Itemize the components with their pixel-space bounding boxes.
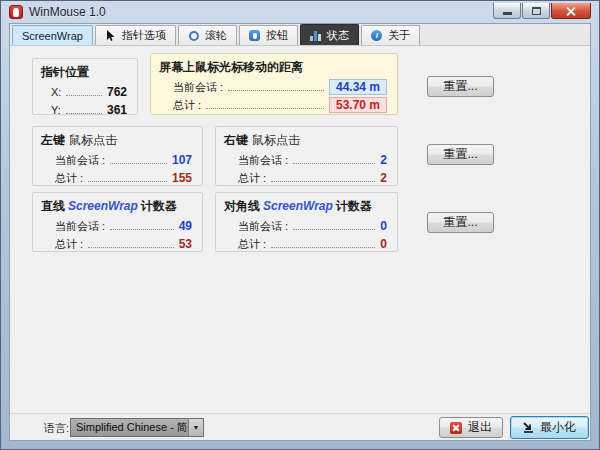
close-window-button[interactable] xyxy=(551,3,591,19)
session-value: 0 xyxy=(380,219,387,233)
minimize-button-label: 最小化 xyxy=(540,419,576,436)
session-label: 当前会话 : xyxy=(238,219,288,234)
screenwrap-brand: ScreenWrap xyxy=(68,199,138,213)
reset-clicks-button[interactable]: 重置... xyxy=(427,144,494,165)
panel-title-prefix: 直线 xyxy=(41,199,65,213)
reset-button-label: 重置... xyxy=(443,214,477,231)
session-label: 当前会话 : xyxy=(55,153,105,168)
tab-pointer-options[interactable]: 指针选项 xyxy=(95,25,176,45)
close-icon xyxy=(566,6,576,16)
panel-title: 指针位置 xyxy=(41,64,127,81)
panel-title-suffix: 计数器 xyxy=(336,199,372,213)
screenwrap-brand: ScreenWrap xyxy=(263,199,333,213)
info-icon: i xyxy=(371,30,383,42)
tab-status[interactable]: 状态 xyxy=(300,24,359,45)
wheel-icon xyxy=(188,30,200,42)
panel-title-rest: 鼠标点击 xyxy=(69,133,117,147)
distance-panel: 屏幕上鼠标光标移动的距离 当前会话 : 44.34 m 总计 : 53.70 m xyxy=(150,53,398,115)
minimize-arrow-icon xyxy=(523,422,534,433)
cursor-icon xyxy=(105,30,117,42)
panel-title-rest: 鼠标点击 xyxy=(252,133,300,147)
bar-chart-icon xyxy=(310,29,322,41)
total-label: 总计 : xyxy=(55,171,83,186)
tab-label: 滚轮 xyxy=(205,28,227,43)
tab-buttons[interactable]: 按钮 xyxy=(239,25,298,45)
session-label: 当前会话 : xyxy=(55,219,105,234)
total-value: 155 xyxy=(172,171,192,185)
x-value: 762 xyxy=(107,85,127,99)
exit-icon xyxy=(450,422,462,434)
tab-about[interactable]: i 关于 xyxy=(361,25,420,45)
tab-label: 按钮 xyxy=(266,28,288,43)
tab-bar: ScreenWrap 指针选项 滚轮 按钮 状态 i xyxy=(10,24,590,46)
window-title: WinMouse 1.0 xyxy=(29,5,106,19)
session-value: 44.34 m xyxy=(329,79,387,95)
titlebar[interactable]: WinMouse 1.0 xyxy=(1,1,599,23)
minimize-window-button[interactable] xyxy=(493,3,521,19)
exit-button[interactable]: 退出 xyxy=(439,417,503,438)
dotted-leader xyxy=(88,247,174,248)
tab-screenwrap[interactable]: ScreenWrap xyxy=(12,25,93,45)
language-selected-value: Simplified Chinese - 简体中文 xyxy=(71,420,188,435)
tab-label: 指针选项 xyxy=(122,28,166,43)
x-label: X: xyxy=(51,86,61,98)
tab-label: 状态 xyxy=(327,28,349,43)
exit-button-label: 退出 xyxy=(468,419,492,436)
dotted-leader xyxy=(293,163,375,164)
dotted-leader xyxy=(66,95,102,96)
session-label: 当前会话 : xyxy=(173,80,223,95)
chevron-down-icon: ▼ xyxy=(188,419,203,436)
mouse-button-icon xyxy=(249,30,261,42)
tab-wheel[interactable]: 滚轮 xyxy=(178,25,237,45)
reset-button-label: 重置... xyxy=(443,78,477,95)
pointer-position-panel: 指针位置 X: 762 Y: 361 xyxy=(32,58,138,115)
diagonal-screenwrap-panel: 对角线ScreenWrap计数器 当前会话 : 0 总计 : 0 xyxy=(215,192,398,252)
language-select[interactable]: Simplified Chinese - 简体中文 ▼ xyxy=(70,418,204,437)
dotted-leader xyxy=(66,113,102,114)
total-label: 总计 : xyxy=(173,98,201,113)
y-label: Y: xyxy=(51,104,61,116)
total-value: 0 xyxy=(380,237,387,251)
right-clicks-panel: 右键鼠标点击 当前会话 : 2 总计 : 2 xyxy=(215,126,398,186)
footer-bar: 语言: Simplified Chinese - 简体中文 ▼ 退出 最小化 xyxy=(10,413,590,440)
total-label: 总计 : xyxy=(55,237,83,252)
status-tab-page: 指针位置 X: 762 Y: 361 屏幕上鼠标光标移动的距离 当前会话 : xyxy=(10,46,590,413)
left-clicks-panel: 左键鼠标点击 当前会话 : 107 总计 : 155 xyxy=(32,126,203,186)
dotted-leader xyxy=(110,229,174,230)
panel-title: 屏幕上鼠标光标移动的距离 xyxy=(159,59,387,76)
total-value: 53 xyxy=(179,237,192,251)
total-value: 2 xyxy=(380,171,387,185)
total-label: 总计 : xyxy=(238,237,266,252)
session-value: 2 xyxy=(380,153,387,167)
dotted-leader xyxy=(271,181,375,182)
reset-distance-button[interactable]: 重置... xyxy=(427,76,494,97)
window: WinMouse 1.0 ScreenWrap 指针选项 滚轮 xyxy=(0,0,600,450)
app-mouse-icon xyxy=(9,5,23,19)
client-area: ScreenWrap 指针选项 滚轮 按钮 状态 i xyxy=(9,23,591,441)
panel-title-suffix: 计数器 xyxy=(141,199,177,213)
session-value: 107 xyxy=(172,153,192,167)
panel-title-bold: 右键 xyxy=(224,133,248,147)
panel-title-prefix: 对角线 xyxy=(224,199,260,213)
total-label: 总计 : xyxy=(238,171,266,186)
panel-title-bold: 左键 xyxy=(41,133,65,147)
tab-label: 关于 xyxy=(388,28,410,43)
maximize-window-button[interactable] xyxy=(522,3,550,19)
straight-screenwrap-panel: 直线ScreenWrap计数器 当前会话 : 49 总计 : 53 xyxy=(32,192,203,252)
tab-label: ScreenWrap xyxy=(22,30,83,42)
dotted-leader xyxy=(271,247,375,248)
dotted-leader xyxy=(206,108,324,109)
minimize-app-button[interactable]: 最小化 xyxy=(510,416,589,439)
session-value: 49 xyxy=(179,219,192,233)
window-controls xyxy=(493,3,591,21)
dotted-leader xyxy=(228,90,324,91)
dotted-leader xyxy=(293,229,375,230)
minimize-icon xyxy=(503,12,512,15)
language-label: 语言: xyxy=(44,421,69,436)
reset-screenwrap-button[interactable]: 重置... xyxy=(427,212,494,233)
dotted-leader xyxy=(110,163,167,164)
session-label: 当前会话 : xyxy=(238,153,288,168)
total-value: 53.70 m xyxy=(329,97,387,113)
maximize-icon xyxy=(532,7,541,15)
reset-button-label: 重置... xyxy=(443,146,477,163)
